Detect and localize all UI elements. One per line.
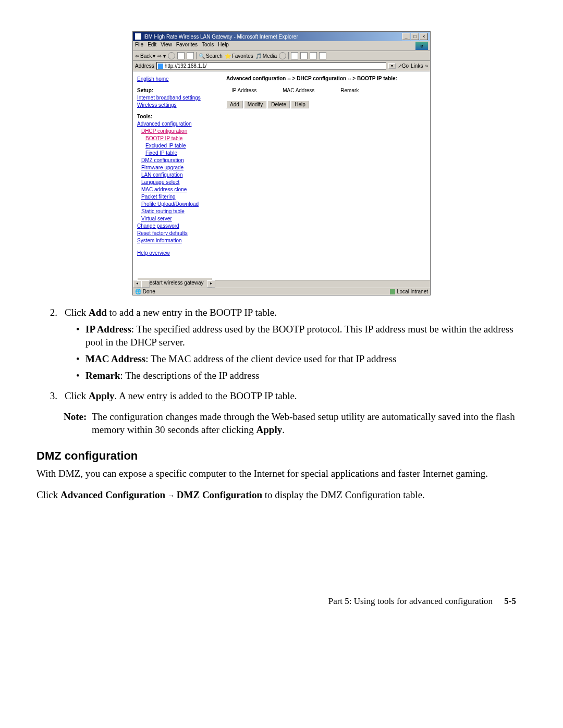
bullet-icon: • (76, 323, 85, 349)
maximize-button[interactable]: □ (411, 33, 419, 40)
nav-fixed-ip[interactable]: Fixed IP table (145, 150, 218, 157)
delete-button[interactable]: Delete (267, 101, 290, 108)
step-3-text: Click Apply. A new entry is added to the… (65, 389, 527, 403)
modify-button[interactable]: Modify (244, 101, 266, 108)
sidebar: English home Setup: Internet broadband s… (133, 71, 222, 280)
dmz-paragraph-2: Click Advanced Configuration → DMZ Confi… (36, 488, 527, 502)
browser-window: IBM High Rate Wireless LAN Gateway - Mic… (132, 31, 431, 295)
address-bar: Address http://192.168.1.1/ ▾ ↗Go Links» (133, 61, 430, 71)
menubar: File Edit View Favorites Tools Help e (133, 41, 430, 51)
nav-profile-updown[interactable]: Profile Upload/Download (141, 201, 218, 208)
discuss-icon[interactable] (319, 52, 326, 59)
step-2-number: 2. (36, 306, 65, 385)
ie-logo-icon: e (415, 42, 428, 50)
forward-button[interactable]: ⇨ ▾ (157, 53, 166, 59)
favorites-button[interactable]: ⭐Favorites (225, 53, 253, 59)
home-icon[interactable] (187, 52, 194, 59)
nav-wireless-settings[interactable]: Wireless settings (137, 102, 218, 109)
help-button[interactable]: Help (291, 101, 309, 108)
scroll-thumb[interactable] (141, 280, 150, 288)
nav-internet-broadband[interactable]: Internet broadband settings (137, 94, 218, 102)
menu-view[interactable]: View (161, 42, 172, 50)
heading-dmz: DMZ configuration (36, 448, 527, 464)
close-button[interactable]: × (420, 33, 428, 40)
history-icon[interactable] (279, 52, 286, 59)
nav-excluded-ip[interactable]: Excluded IP table (145, 142, 218, 150)
edit-icon[interactable] (310, 52, 317, 59)
address-label: Address (135, 63, 154, 69)
search-button[interactable]: 🔍Search (199, 53, 223, 59)
col-ip: IP Address (231, 88, 256, 93)
links-label[interactable]: Links (411, 63, 423, 69)
ie-ico (135, 33, 141, 40)
window-title: IBM High Rate Wireless LAN Gateway - Mic… (143, 34, 298, 40)
status-text: 🌐 Done (135, 289, 155, 294)
nav-setup-header: Setup: (137, 87, 218, 94)
nav-dmz-config[interactable]: DMZ configuration (141, 157, 218, 164)
menu-help[interactable]: Help (218, 42, 229, 50)
address-dropdown[interactable]: ▾ (388, 63, 396, 69)
address-input[interactable]: http://192.168.1.1/ (156, 62, 386, 70)
col-remark: Remark (340, 88, 359, 93)
col-mac: MAC Address (283, 88, 314, 93)
step-3-number: 3. (36, 389, 65, 403)
nav-advanced-config[interactable]: Advanced configuration (137, 120, 218, 128)
bullet-mac-address: MAC Address: The MAC address of the clie… (85, 352, 396, 366)
page-footer: Part 5: Using tools for advanced configu… (36, 596, 527, 608)
status-bar: 🌐 Done Local intranet (133, 288, 430, 295)
page-number: 5-5 (504, 596, 516, 606)
toolbar: ⇦ Back ▾ ⇨ ▾ 🔍Search ⭐Favorites 🎵Media (133, 51, 430, 61)
menu-favorites[interactable]: Favorites (176, 42, 198, 50)
nav-dhcp-config[interactable]: DHCP configuration (141, 128, 218, 135)
titlebar: IBM High Rate Wireless LAN Gateway - Mic… (133, 32, 430, 41)
document-body: 2. Click Add to add a new entry in the B… (36, 306, 527, 608)
go-button[interactable]: ↗Go (398, 63, 409, 69)
bullet-remark: Remark: The descriptions of the IP addre… (85, 369, 260, 382)
nav-packet-filtering[interactable]: Packet filtering (141, 193, 218, 201)
note-text: The configuration changes made through t… (92, 410, 527, 437)
security-zone: Local intranet (390, 289, 428, 294)
address-value: http://192.168.1.1/ (165, 63, 207, 69)
zone-icon (390, 289, 395, 294)
bullet-icon: • (76, 352, 85, 366)
bullet-icon: • (76, 369, 85, 382)
note-label: Note: (64, 410, 92, 437)
refresh-icon[interactable] (177, 52, 185, 59)
nav-bootp-ip-table[interactable]: BOOTP IP table (145, 135, 218, 142)
scroll-left-icon[interactable]: ◂ (133, 280, 141, 288)
print-icon[interactable] (300, 52, 308, 59)
nav-tools-header: Tools: (137, 113, 218, 120)
add-button[interactable]: Add (226, 101, 243, 108)
nav-lan-config[interactable]: LAN configuration (141, 171, 218, 179)
dmz-paragraph-1: With DMZ, you can expose a specific comp… (36, 467, 527, 480)
nav-virtual-server[interactable]: Virtual server (141, 215, 218, 223)
stop-icon[interactable] (168, 52, 175, 59)
scroll-right-icon[interactable]: ▸ (207, 280, 215, 288)
nav-reset-factory[interactable]: Reset factory defaults (137, 230, 218, 237)
mail-icon[interactable] (291, 52, 298, 59)
media-button[interactable]: 🎵Media (255, 53, 277, 59)
minimize-button[interactable]: _ (402, 33, 410, 40)
nav-system-info[interactable]: System information (137, 237, 218, 244)
main-pane: Advanced configuration -- > DHCP configu… (222, 71, 430, 280)
menu-edit[interactable]: Edit (148, 42, 156, 50)
menu-file[interactable]: File (135, 42, 143, 50)
back-button[interactable]: ⇦ Back ▾ (135, 53, 155, 59)
nav-change-password[interactable]: Change password (137, 223, 218, 230)
bullet-ip-address: IP Address: The specified address used b… (85, 323, 527, 349)
nav-mac-clone[interactable]: MAC address clone (141, 186, 218, 193)
nav-english-home[interactable]: English home (137, 76, 218, 83)
page-content: English home Setup: Internet broadband s… (133, 71, 430, 280)
nav-static-routing[interactable]: Static routing table (141, 208, 218, 215)
nav-help-overview[interactable]: Help overview (137, 250, 218, 257)
nav-language-select[interactable]: Language select (141, 179, 218, 186)
breadcrumb: Advanced configuration -- > DHCP configu… (226, 76, 426, 81)
step-2-text: Click Add to add a new entry in the BOOT… (65, 307, 277, 318)
page-icon (158, 64, 163, 69)
nav-firmware-upgrade[interactable]: Firmware upgrade (141, 164, 218, 171)
menu-tools[interactable]: Tools (202, 42, 214, 50)
